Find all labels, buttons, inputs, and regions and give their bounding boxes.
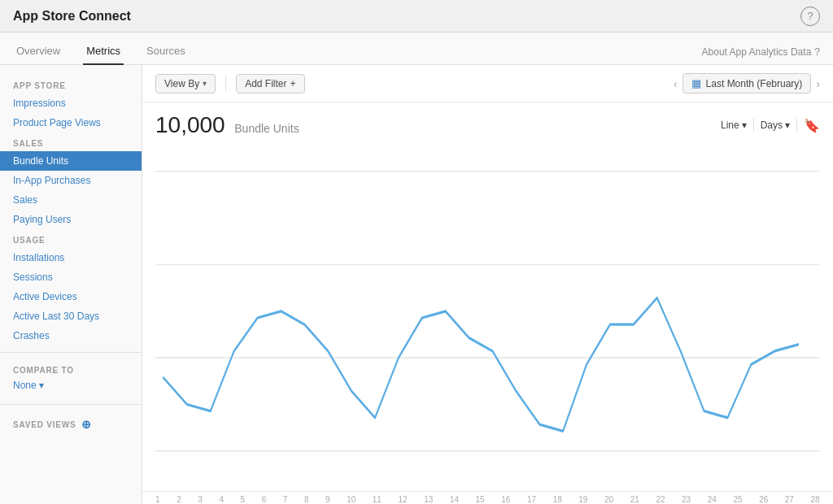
title-bar: App Store Connect ? (0, 0, 833, 33)
line-type-chevron-icon: ▾ (742, 119, 747, 131)
x-axis-label: 16 (501, 495, 510, 504)
x-axis-label: 3 (198, 495, 203, 504)
saved-views-text: SAVED VIEWS (13, 420, 76, 429)
x-axis-label: 19 (578, 495, 587, 504)
saved-label: SAVED VIEWS ⊕ (13, 418, 129, 431)
compare-value: None (13, 380, 37, 391)
section-label-usage: USAGE (0, 229, 142, 248)
x-axis-label: 26 (759, 495, 768, 504)
help-button[interactable]: ? (800, 7, 820, 26)
toolbar-right: ‹ ▦ Last Month (February) › (674, 73, 820, 93)
section-label-app-store: APP STORE (0, 75, 142, 93)
x-axis-label: 11 (373, 495, 382, 504)
x-axis-label: 10 (347, 495, 355, 504)
chart-ctrl-divider (753, 119, 754, 132)
sidebar-divider-2 (0, 404, 142, 405)
calendar-icon: ▦ (691, 77, 701, 89)
x-axis-label: 23 (682, 495, 691, 504)
x-axis: 1234567891011121314151617181920212223242… (142, 491, 833, 504)
main-layout: APP STORE Impressions Product Page Views… (0, 65, 833, 504)
x-axis-label: 9 (325, 495, 330, 504)
x-axis-label: 12 (399, 495, 408, 504)
date-range-badge[interactable]: ▦ Last Month (February) (683, 73, 812, 93)
x-axis-label: 8 (304, 495, 309, 504)
x-axis-label: 7 (283, 495, 288, 504)
next-date-button[interactable]: › (816, 77, 820, 90)
x-axis-label: 17 (527, 495, 536, 504)
sidebar-item-product-page-views[interactable]: Product Page Views (0, 113, 142, 133)
metric-header: 10,000 Bundle Units Line ▾ Days ▾ 🔖 (142, 102, 833, 145)
bookmark-icon[interactable]: 🔖 (804, 118, 820, 133)
x-axis-label: 5 (241, 495, 246, 504)
x-axis-label: 20 (604, 495, 613, 504)
x-axis-label: 14 (450, 495, 459, 504)
app-title: App Store Connect (13, 9, 131, 24)
prev-date-button[interactable]: ‹ (674, 77, 678, 90)
metric-label: Bundle Units (234, 122, 299, 135)
sidebar-item-paying-users[interactable]: Paying Users (0, 210, 142, 229)
nav-tabs-right: About App Analytics Data ? (702, 46, 820, 64)
line-type-dropdown[interactable]: Line ▾ (721, 119, 747, 131)
chart-svg (155, 145, 820, 491)
chart-controls: Line ▾ Days ▾ 🔖 (721, 118, 820, 133)
content-area: View By ▾ Add Filter + ‹ ▦ Last Month (F… (142, 65, 833, 504)
x-axis-label: 22 (656, 495, 665, 504)
days-chevron-icon: ▾ (785, 119, 790, 131)
sidebar-item-active-last-30[interactable]: Active Last 30 Days (0, 306, 142, 326)
sidebar-item-impressions[interactable]: Impressions (0, 93, 142, 113)
nav-help-icon: ? (814, 46, 820, 58)
date-range-label: Last Month (February) (706, 78, 803, 89)
days-dropdown[interactable]: Days ▾ (761, 119, 790, 131)
days-label: Days (761, 119, 783, 131)
x-axis-label: 24 (708, 495, 717, 504)
section-label-sales: SALES (0, 133, 142, 151)
x-axis-label: 21 (630, 495, 639, 504)
add-filter-label: Add Filter (245, 78, 286, 89)
sidebar-divider-1 (0, 352, 142, 353)
x-axis-label: 15 (476, 495, 485, 504)
compare-section: COMPARE TO None ▾ (0, 359, 142, 398)
x-axis-label: 25 (733, 495, 742, 504)
chart-area (142, 145, 833, 491)
metric-value: 10,000 (155, 112, 225, 137)
toolbar-divider (225, 76, 226, 92)
sidebar: APP STORE Impressions Product Page Views… (0, 65, 142, 504)
nav-tabs: Overview Metrics Sources About App Analy… (0, 33, 833, 65)
x-axis-label: 27 (785, 495, 794, 504)
saved-views-add-icon[interactable]: ⊕ (81, 418, 92, 431)
x-axis-label: 2 (177, 495, 181, 504)
x-axis-label: 4 (219, 495, 224, 504)
x-axis-label: 1 (155, 495, 160, 504)
tab-metrics[interactable]: Metrics (83, 38, 124, 65)
compare-chevron-icon: ▾ (39, 380, 44, 391)
x-axis-label: 18 (553, 495, 562, 504)
view-by-chevron-icon: ▾ (203, 79, 207, 88)
sidebar-item-in-app-purchases[interactable]: In-App Purchases (0, 171, 142, 190)
view-by-button[interactable]: View By ▾ (155, 74, 216, 93)
content-toolbar: View By ▾ Add Filter + ‹ ▦ Last Month (F… (142, 65, 833, 102)
saved-section: SAVED VIEWS ⊕ (0, 411, 142, 437)
sidebar-item-sessions[interactable]: Sessions (0, 267, 142, 287)
x-axis-label: 6 (262, 495, 267, 504)
metric-value-section: 10,000 Bundle Units (155, 112, 299, 138)
sidebar-item-bundle-units[interactable]: Bundle Units (0, 151, 142, 171)
sidebar-item-crashes[interactable]: Crashes (0, 326, 142, 345)
add-filter-icon: + (290, 78, 296, 89)
tab-sources[interactable]: Sources (143, 38, 189, 65)
tab-overview[interactable]: Overview (13, 38, 63, 65)
x-axis-label: 13 (424, 495, 433, 504)
nav-tabs-left: Overview Metrics Sources (13, 38, 189, 64)
sidebar-item-sales[interactable]: Sales (0, 190, 142, 210)
sidebar-item-installations[interactable]: Installations (0, 248, 142, 267)
view-by-label: View By (164, 78, 199, 89)
line-type-label: Line (721, 119, 739, 131)
sidebar-item-active-devices[interactable]: Active Devices (0, 287, 142, 306)
add-filter-button[interactable]: Add Filter + (236, 74, 304, 93)
chart-ctrl-divider-2 (796, 119, 797, 132)
toolbar-left: View By ▾ Add Filter + (155, 74, 305, 93)
x-axis-label: 28 (811, 495, 820, 504)
compare-label: COMPARE TO (13, 366, 129, 375)
about-analytics-link[interactable]: About App Analytics Data (702, 46, 812, 58)
compare-dropdown[interactable]: None ▾ (13, 380, 129, 391)
